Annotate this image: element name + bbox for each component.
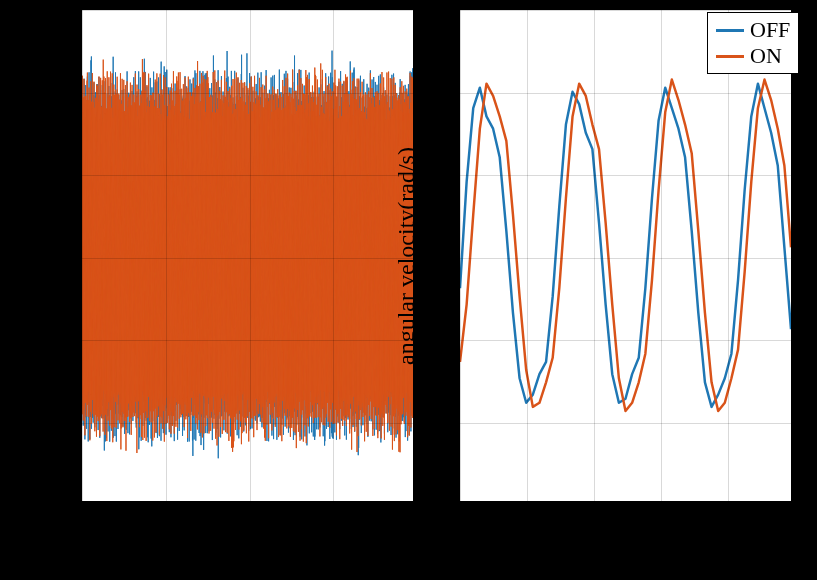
- legend-label-off: OFF: [750, 17, 790, 43]
- x-tick-label: 10.1: [774, 509, 813, 535]
- y-tick-label: 2: [428, 78, 452, 104]
- x-tick-label: 20: [404, 509, 426, 535]
- x-tick-label: 10.02: [500, 509, 550, 535]
- x-tick-label: 10: [237, 509, 259, 535]
- legend-swatch-off: [716, 29, 744, 32]
- y-tick-label: 1: [428, 160, 452, 186]
- legend-swatch-on: [716, 55, 744, 58]
- x-tick-label: 5: [158, 509, 169, 535]
- x-tick-label: 10.06: [634, 509, 684, 535]
- y-tick-label: 3: [428, 0, 452, 21]
- right-plot: [458, 8, 793, 503]
- y-tick-label: 1: [50, 160, 74, 186]
- y-tick-label: 0: [428, 243, 452, 269]
- y-tick-label: 2: [50, 78, 74, 104]
- y-tick-label: -2: [50, 408, 74, 434]
- y-tick-label: -2: [428, 408, 452, 434]
- y-tick-label: 3: [50, 0, 74, 21]
- legend: OFF ON: [707, 12, 799, 74]
- left-plot: [80, 8, 415, 503]
- legend-label-on: ON: [750, 43, 782, 69]
- x-tick-label: 15: [320, 509, 342, 535]
- y-tick-label: -3: [428, 490, 452, 516]
- y-tick-label: -1: [428, 325, 452, 351]
- left-x-axis-label: time(s): [214, 537, 282, 564]
- left-y-axis-label: angular velocity(rad/s): [15, 147, 42, 365]
- x-tick-label: 0: [75, 509, 86, 535]
- right-x-axis-label: time(s): [592, 537, 660, 564]
- y-tick-label: -3: [50, 490, 74, 516]
- x-tick-label: 10.04: [567, 509, 617, 535]
- right-y-axis-label: angular velocity(rad/s): [393, 147, 420, 365]
- y-tick-label: -1: [50, 325, 74, 351]
- y-tick-label: 0: [50, 243, 74, 269]
- x-tick-label: 10.08: [701, 509, 751, 535]
